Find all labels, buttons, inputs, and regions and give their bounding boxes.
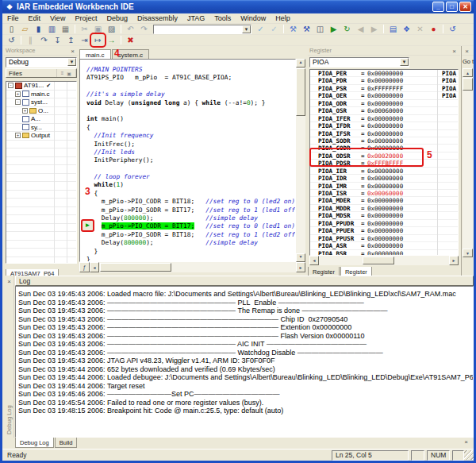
register-row-PIOA_IMR[interactable]: PIOA_IMR=0x00000000 bbox=[310, 183, 458, 190]
register-row-PIOA_PDR[interactable]: PIOA_PDR=0x00000000PIOA bbox=[310, 77, 458, 84]
goto-source-icon[interactable]: ▤ bbox=[387, 24, 399, 34]
goto-function-button[interactable]: ƒ bbox=[79, 262, 90, 272]
step-over-icon[interactable]: ↷ bbox=[38, 35, 50, 45]
chevron-down-icon[interactable]: ▼ bbox=[400, 58, 409, 66]
scroll-right-icon[interactable]: ► bbox=[296, 262, 305, 272]
save-all-icon[interactable]: ▥ bbox=[46, 24, 58, 34]
expand-icon[interactable]: + bbox=[22, 108, 28, 114]
register-row-PIOA_MDSR[interactable]: PIOA_MDSR=0x00000000 bbox=[310, 212, 458, 219]
register-row-PIOA_IFSR[interactable]: PIOA_IFSR=0x00000000 bbox=[310, 130, 458, 137]
scroll-up-icon[interactable]: ▲ bbox=[296, 59, 305, 68]
scroll-down-icon[interactable]: ▼ bbox=[296, 253, 305, 262]
scroll-left-icon[interactable]: ◄ bbox=[309, 256, 319, 265]
register-row-PIOA_IFER[interactable]: PIOA_IFER=0x00000000 bbox=[310, 115, 458, 122]
menu-help[interactable]: Help bbox=[271, 14, 295, 23]
source-browser-icon[interactable]: ❖ bbox=[401, 24, 413, 34]
stop-debugger-icon[interactable]: ✖ bbox=[125, 35, 136, 45]
run-to-cursor-icon[interactable]: ↦ bbox=[92, 35, 104, 45]
find-previous-icon[interactable]: ✓ bbox=[255, 24, 267, 34]
tree-item-o[interactable]: +O... bbox=[6, 107, 76, 116]
register-row-PIOA_PER[interactable]: PIOA_PER=0x00000000PIOA bbox=[310, 70, 458, 77]
tab-build[interactable]: Build bbox=[55, 438, 78, 448]
register-row-PIOA_OER[interactable]: PIOA_OER=0x00000000PIOA bbox=[310, 92, 458, 99]
log-tabbar-close-icon[interactable]: × bbox=[462, 438, 470, 446]
find-next-icon[interactable]: ✓ bbox=[268, 24, 280, 34]
chevron-down-icon[interactable]: ▼ bbox=[242, 25, 251, 33]
scroll-down-icon[interactable]: ▼ bbox=[463, 249, 473, 257]
step-out-icon[interactable]: ↥ bbox=[65, 35, 77, 45]
make-icon[interactable]: ⚒ bbox=[301, 24, 313, 34]
disassembly-vscrollbar[interactable]: ▲ ▼ bbox=[463, 68, 473, 257]
register-row-PIOA_ASR[interactable]: PIOA_ASR=0x00000000 bbox=[310, 242, 458, 249]
minimize-button[interactable]: _ bbox=[432, 2, 444, 12]
disassembly-close-icon[interactable]: × bbox=[463, 47, 471, 55]
annotation-box-pc-arrow[interactable]: ► bbox=[81, 219, 94, 232]
log-close-icon[interactable]: × bbox=[5, 277, 13, 285]
register-row-PIOA_PSR[interactable]: PIOA_PSR=0xFFFFFFFFPIOA bbox=[310, 85, 458, 92]
new-file-icon[interactable]: ▯ bbox=[6, 24, 17, 34]
quick-search-combo[interactable]: ▼ bbox=[153, 25, 251, 34]
register-row-PIOA_IDR[interactable]: PIOA_IDR=0x00000000 bbox=[310, 175, 458, 182]
toggle-breakpoint-icon[interactable]: ● bbox=[428, 24, 440, 34]
register-row-PIOA_PPUER[interactable]: PIOA_PPUER=0x00000000 bbox=[310, 227, 458, 234]
collapse-icon[interactable]: - bbox=[8, 83, 13, 88]
register-row-PIOA_SODR[interactable]: PIOA_SODR=0x00000000 bbox=[310, 137, 458, 145]
editor-vscroll-thumb[interactable] bbox=[296, 68, 305, 116]
open-file-icon[interactable]: ▱ bbox=[19, 24, 31, 34]
tree-item-syst[interactable]: -syst... bbox=[6, 98, 76, 107]
register-group-combo[interactable]: PIOA ▼ bbox=[309, 57, 409, 68]
compile-icon[interactable]: ⚒ bbox=[287, 24, 299, 34]
register-row-PIOA_BSR[interactable]: PIOA_BSR=0x00000000 bbox=[310, 250, 458, 257]
register-row-PIOA_ISR[interactable]: PIOA_ISR=0x00060000 bbox=[310, 190, 458, 197]
register-row-PIOA_ODR[interactable]: PIOA_ODR=0x00000000 bbox=[310, 100, 458, 107]
menu-window[interactable]: Window bbox=[236, 14, 271, 23]
files-column-header[interactable]: Files ≡▣ bbox=[6, 68, 77, 78]
menu-file[interactable]: File bbox=[2, 14, 24, 23]
menu-project[interactable]: Project bbox=[70, 14, 102, 23]
menu-edit[interactable]: Edit bbox=[24, 14, 46, 23]
expand-icon[interactable]: + bbox=[15, 133, 21, 138]
workspace-config-combo[interactable]: Debug ▼ bbox=[6, 57, 77, 68]
tree-item-mainc[interactable]: +main.c bbox=[6, 91, 76, 99]
print-icon[interactable]: ▦ bbox=[60, 24, 71, 34]
tree-item-output[interactable]: +Output bbox=[6, 132, 76, 141]
title-bar[interactable]: ❖ IAR Embedded Workbench IDE _ □ ✕ bbox=[2, 0, 474, 14]
workspace-tree[interactable]: -AT91...✔+main.c-syst...+O...A...sy...+O… bbox=[6, 81, 77, 264]
expand-icon[interactable]: + bbox=[15, 91, 21, 97]
editor-hscrollbar[interactable]: ƒ ◄ ► bbox=[79, 262, 305, 272]
register-row-PIOA_IER[interactable]: PIOA_IER=0x00000000 bbox=[310, 168, 458, 175]
menu-disassembly[interactable]: Disassembly bbox=[132, 14, 182, 23]
toggle-window-icon[interactable]: ◫ bbox=[314, 24, 326, 34]
maximize-button[interactable]: □ bbox=[446, 2, 458, 12]
menu-tools[interactable]: Tools bbox=[209, 14, 236, 23]
tree-item-at91[interactable]: -AT91...✔ bbox=[6, 82, 76, 91]
sort-columns-icon[interactable]: ≡ bbox=[61, 71, 64, 75]
register-hscrollbar[interactable]: ◄ ► bbox=[309, 256, 459, 265]
scroll-left-icon[interactable]: ◄ bbox=[90, 262, 99, 272]
reset-icon[interactable]: ↺ bbox=[6, 35, 17, 45]
refresh-views-icon[interactable]: ↺ bbox=[447, 24, 459, 34]
scroll-up-icon[interactable]: ▲ bbox=[463, 68, 473, 77]
tab-debug-log[interactable]: Debug Log bbox=[15, 438, 54, 448]
debug-without-downloading-icon[interactable]: ↻ bbox=[341, 24, 353, 34]
register-row-PIOA_IFDR[interactable]: PIOA_IFDR=0x00000000 bbox=[310, 122, 458, 129]
register-row-PIOA_OSR[interactable]: PIOA_OSR=0x00060000 bbox=[310, 107, 458, 114]
menu-debug[interactable]: Debug bbox=[102, 14, 132, 23]
menu-jtag[interactable]: JTAG bbox=[182, 14, 209, 23]
next-statement-icon[interactable]: ⇥ bbox=[79, 35, 90, 45]
go-icon[interactable]: → bbox=[106, 35, 117, 45]
download-and-debug-icon[interactable]: ▶ bbox=[328, 24, 340, 34]
step-into-icon[interactable]: ↧ bbox=[52, 35, 63, 45]
editor-vscrollbar[interactable]: ▲ ▼ bbox=[296, 59, 305, 262]
register-row-PIOA_PPUDR[interactable]: PIOA_PPUDR=0x00000000 bbox=[310, 220, 458, 227]
log-list[interactable]: Sun Dec 03 19:45:43 2006: Loaded macro f… bbox=[15, 286, 474, 438]
menu-view[interactable]: View bbox=[45, 14, 70, 23]
register-row-PIOA_MDER[interactable]: PIOA_MDER=0x00000000 bbox=[310, 197, 458, 204]
code-editor[interactable]: //MAIN POINTERSAT91PS_PIO m_pPio = AT91C… bbox=[79, 59, 296, 262]
options-icon[interactable]: ▣ bbox=[67, 71, 71, 76]
register-row-PIOA_PPUSR[interactable]: PIOA_PPUSR=0x00000000 bbox=[310, 235, 458, 242]
tree-item-sy[interactable]: sy... bbox=[6, 124, 76, 133]
save-icon[interactable]: ▮ bbox=[33, 24, 44, 34]
workspace-close-icon[interactable]: × bbox=[68, 47, 77, 55]
tree-item-a[interactable]: A... bbox=[6, 115, 76, 124]
